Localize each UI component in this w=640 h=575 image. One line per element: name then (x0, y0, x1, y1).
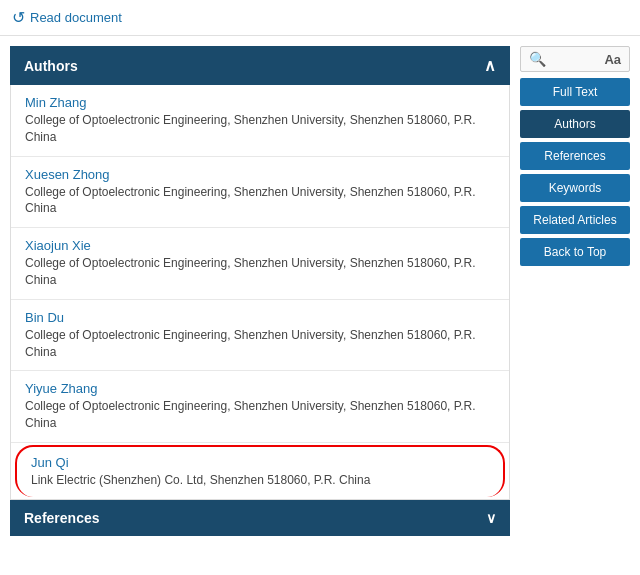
fulltext-button[interactable]: Full Text (520, 78, 630, 106)
authors-button[interactable]: Authors (520, 110, 630, 138)
list-item-highlighted: Jun Qi Link Electric (Shenzhen) Co. Ltd,… (15, 445, 505, 497)
list-item: Min Zhang College of Optoelectronic Engi… (11, 85, 509, 157)
references-button[interactable]: References (520, 142, 630, 170)
author-affiliation: Link Electric (Shenzhen) Co. Ltd, Shenzh… (31, 472, 489, 489)
author-name-link[interactable]: Yiyue Zhang (25, 381, 98, 396)
left-content: Authors ∧ Min Zhang College of Optoelect… (10, 46, 510, 536)
right-sidebar: 🔍 Aa Full Text Authors References Keywor… (520, 46, 630, 536)
list-item: Xuesen Zhong College of Optoelectronic E… (11, 157, 509, 229)
author-affiliation: College of Optoelectronic Engineering, S… (25, 398, 495, 432)
read-document-link[interactable]: ↺ Read document (12, 8, 122, 27)
keywords-button[interactable]: Keywords (520, 174, 630, 202)
references-title: References (24, 510, 100, 526)
list-item: Bin Du College of Optoelectronic Enginee… (11, 300, 509, 372)
author-name-link[interactable]: Min Zhang (25, 95, 86, 110)
search-icon[interactable]: 🔍 (529, 51, 546, 67)
list-item: Xiaojun Xie College of Optoelectronic En… (11, 228, 509, 300)
main-layout: Authors ∧ Min Zhang College of Optoelect… (0, 36, 640, 546)
author-name-link[interactable]: Bin Du (25, 310, 64, 325)
author-name-link[interactable]: Jun Qi (31, 455, 69, 470)
font-size-icon[interactable]: Aa (604, 52, 621, 67)
authors-chevron-icon: ∧ (484, 56, 496, 75)
top-bar: ↺ Read document (0, 0, 640, 36)
list-item: Yiyue Zhang College of Optoelectronic En… (11, 371, 509, 443)
references-section-header[interactable]: References ∨ (10, 500, 510, 536)
read-doc-icon: ↺ (12, 8, 25, 27)
authors-title: Authors (24, 58, 78, 74)
author-affiliation: College of Optoelectronic Engineering, S… (25, 327, 495, 361)
author-affiliation: College of Optoelectronic Engineering, S… (25, 184, 495, 218)
author-name-link[interactable]: Xuesen Zhong (25, 167, 110, 182)
read-doc-label: Read document (30, 10, 122, 25)
author-affiliation: College of Optoelectronic Engineering, S… (25, 255, 495, 289)
related-articles-button[interactable]: Related Articles (520, 206, 630, 234)
author-list: Min Zhang College of Optoelectronic Engi… (10, 85, 510, 500)
references-chevron-icon: ∨ (486, 510, 496, 526)
author-name-link[interactable]: Xiaojun Xie (25, 238, 91, 253)
author-affiliation: College of Optoelectronic Engineering, S… (25, 112, 495, 146)
back-to-top-button[interactable]: Back to Top (520, 238, 630, 266)
authors-section-header[interactable]: Authors ∧ (10, 46, 510, 85)
search-font-bar: 🔍 Aa (520, 46, 630, 72)
